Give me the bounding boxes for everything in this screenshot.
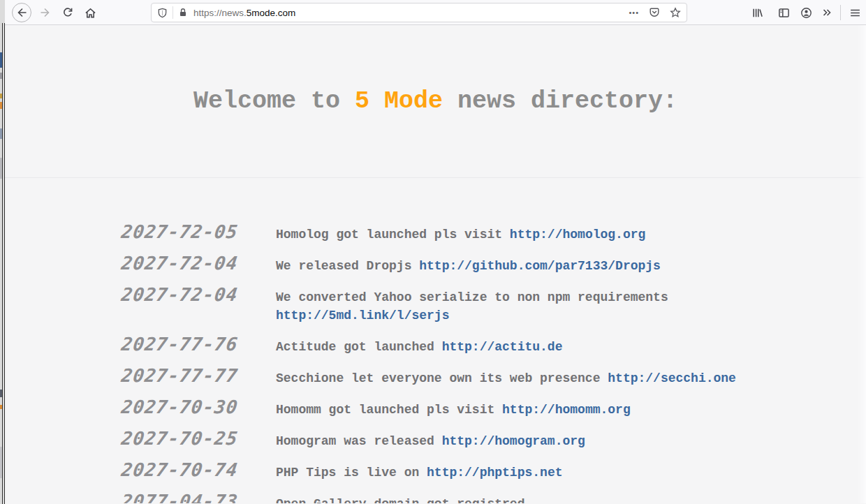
page-content: Welcome to 5 Mode news directory: 2027-7…: [5, 25, 866, 503]
news-date: 2027-72-04: [120, 253, 279, 274]
reload-icon: [62, 7, 73, 18]
window-edge-line: [4, 23, 5, 504]
lock-icon[interactable]: [178, 8, 188, 17]
window-edge-line: [2, 23, 3, 504]
news-date: 2027-72-04: [120, 284, 279, 305]
news-description: Homogram was released: [276, 434, 442, 448]
news-date: 2027-70-74: [120, 459, 279, 480]
home-button[interactable]: [80, 3, 100, 22]
news-row: 2027-70-74 PHP Tips is live on http://ph…: [120, 459, 866, 482]
title-prefix: Welcome to: [193, 87, 355, 115]
background-window-sliver: [0, 0, 5, 504]
news-row: 2077-04-73 Open Gallery domain got regis…: [120, 491, 866, 503]
overflow-button[interactable]: [817, 3, 837, 22]
news-row: 2027-72-04 We converted Yahoo serialize …: [120, 284, 866, 325]
sidebar-toggle-button[interactable]: [774, 3, 793, 22]
news-description: Secchione let everyone own its web prese…: [276, 371, 608, 385]
news-text: We released Dropjs http://github.com/par…: [276, 257, 758, 275]
browser-toolbar: https://news.5mode.com •••: [5, 0, 866, 25]
news-link[interactable]: http://5md.link/l/serjs: [276, 309, 449, 323]
url-domain: 5mode.com: [247, 8, 296, 18]
urlbar-separator: [173, 6, 173, 19]
library-button[interactable]: [747, 3, 767, 22]
news-link[interactable]: http://github.com/par7133/Dropjs: [419, 259, 661, 273]
library-books-icon: [751, 7, 763, 19]
news-date: 2027-70-30: [120, 396, 279, 417]
news-row: 2027-77-76 Actitude got launched http://…: [120, 334, 866, 356]
news-link[interactable]: http://actitu.de: [442, 340, 563, 354]
bookmark-star-icon[interactable]: [670, 7, 681, 18]
sidebar-panel-icon: [778, 7, 790, 19]
news-link[interactable]: http://homolog.org: [510, 228, 645, 242]
tracking-protection-shield-icon[interactable]: [157, 8, 168, 18]
news-date: 2027-72-05: [120, 221, 279, 242]
url-scheme-subdomain: https://news.: [193, 8, 247, 18]
account-button[interactable]: [796, 3, 816, 22]
news-link[interactable]: http://secchi.one: [608, 371, 736, 385]
home-icon: [85, 7, 96, 19]
hero-section: Welcome to 5 Mode news directory:: [5, 25, 866, 178]
forward-button[interactable]: [36, 3, 55, 22]
news-text: Homomm got launched pls visit http://hom…: [276, 401, 758, 419]
news-text: Actitude got launched http://actitu.de: [276, 338, 758, 356]
news-date: 2027-77-77: [120, 365, 279, 386]
news-date: 2027-77-76: [120, 334, 279, 355]
news-text: Homogram was released http://homogram.or…: [276, 432, 758, 450]
double-chevron-icon: [821, 7, 832, 18]
page-actions: •••: [629, 7, 681, 18]
back-button[interactable]: [12, 3, 31, 22]
news-date: 2077-04-73: [120, 491, 279, 503]
menu-button[interactable]: [845, 3, 865, 22]
page-title: Welcome to 5 Mode news directory:: [193, 87, 677, 115]
forward-arrow-icon: [40, 7, 51, 18]
title-brand: 5 Mode: [355, 87, 443, 115]
news-row: 2027-72-05 Homolog got launched pls visi…: [120, 221, 866, 244]
news-text: Homolog got launched pls visit http://ho…: [276, 225, 758, 244]
news-list: 2027-72-05 Homolog got launched pls visi…: [5, 221, 866, 503]
title-suffix: news directory:: [443, 87, 677, 115]
news-description: PHP Tips is live on: [276, 466, 427, 480]
news-text: We converted Yahoo serialize to non npm …: [276, 288, 758, 325]
scroll-gutter: [858, 25, 866, 503]
news-row: 2027-72-04 We released Dropjs http://git…: [120, 253, 866, 275]
browser-window: https://news.5mode.com •••: [5, 0, 866, 504]
news-link[interactable]: http://phptips.net: [427, 466, 562, 480]
news-date: 2027-70-25: [120, 428, 279, 449]
url-bar[interactable]: https://news.5mode.com •••: [151, 3, 687, 22]
news-link[interactable]: http://homomm.org: [502, 403, 631, 417]
reload-button[interactable]: [58, 3, 78, 22]
back-arrow-icon: [16, 7, 27, 18]
news-link[interactable]: http://homogram.org: [442, 434, 585, 448]
news-description: We converted Yahoo serialize to non npm …: [276, 290, 676, 304]
news-row: 2027-70-30 Homomm got launched pls visit…: [120, 396, 866, 419]
account-person-icon: [800, 7, 812, 19]
news-description: We released Dropjs: [276, 259, 419, 273]
news-description: Homomm got launched pls visit: [276, 403, 502, 417]
news-text: PHP Tips is live on http://phptips.net: [276, 464, 758, 482]
news-description: Actitude got launched: [276, 340, 442, 354]
toolbar-separator: [840, 5, 841, 20]
news-row: 2027-70-25 Homogram was released http://…: [120, 428, 866, 450]
news-description: Homolog got launched pls visit: [276, 228, 510, 242]
news-description: Open Gallery domain got registred: [276, 497, 524, 503]
news-row: 2027-77-77 Secchione let everyone own it…: [120, 365, 866, 387]
hamburger-menu-icon: [849, 7, 861, 19]
news-text: Secchione let everyone own its web prese…: [276, 369, 758, 387]
url-text[interactable]: https://news.5mode.com: [193, 8, 629, 18]
news-text: Open Gallery domain got registred: [276, 495, 758, 503]
page-actions-dots-icon[interactable]: •••: [629, 8, 639, 17]
pocket-icon[interactable]: [649, 7, 660, 18]
